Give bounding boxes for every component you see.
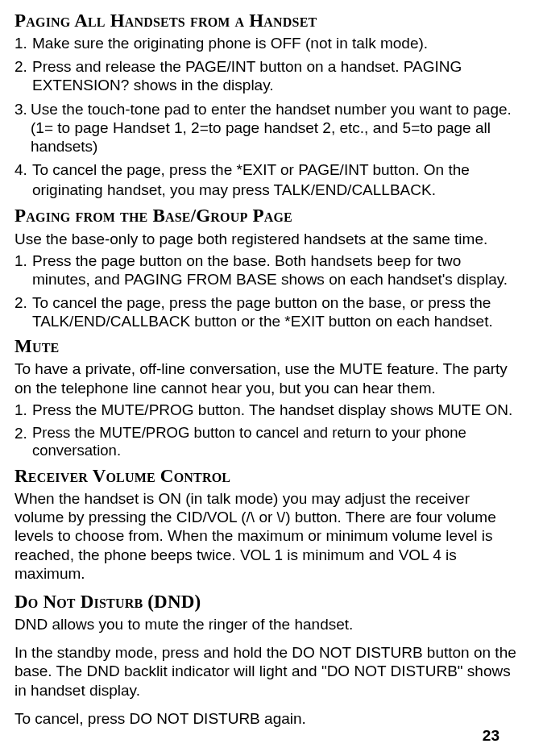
paragraph: DND allows you to mute the ringer of the… xyxy=(15,615,520,633)
list-item: 1. Press the page button on the base. Bo… xyxy=(15,251,520,289)
list-item: 1. Press the MUTE/PROG button. The hands… xyxy=(15,401,520,419)
list-text: To cancel the page, press the *EXIT or P… xyxy=(32,160,520,200)
heading-paging-all: Paging All Handsets from a Handset xyxy=(15,10,520,32)
list-number: 4. xyxy=(15,160,32,200)
list-number: 1. xyxy=(15,401,32,419)
list-text: Use the touch-tone pad to enter the hand… xyxy=(31,100,520,156)
list-number: 2. xyxy=(15,424,32,460)
list-text: Press the MUTE/PROG button. The handset … xyxy=(32,401,520,419)
list-number: 1. xyxy=(15,34,32,52)
list-item: 2. Press the MUTE/PROG button to cancel … xyxy=(15,424,520,460)
list-text: To cancel the page, press the page butto… xyxy=(32,293,520,330)
paragraph: To cancel, press DO NOT DISTURB again. xyxy=(15,709,520,728)
heading-paging-base: Paging from the Base/Group Page xyxy=(15,205,520,227)
paragraph: To have a private, off-line conversation… xyxy=(15,359,520,397)
list-text: Make sure the originating phone is OFF (… xyxy=(32,34,520,52)
heading-receiver-volume: Receiver Volume Control xyxy=(15,465,520,488)
page-number: 23 xyxy=(483,726,499,745)
paragraph: In the standby mode, press and hold the … xyxy=(15,643,520,700)
list-number: 2. xyxy=(15,293,32,330)
list-item: 2. Press and release the PAGE/INT button… xyxy=(15,57,520,94)
list-number: 3. xyxy=(15,100,31,156)
heading-mute: Mute xyxy=(15,335,520,358)
list-item: 3. Use the touch-tone pad to enter the h… xyxy=(15,100,520,156)
list-item: 2. To cancel the page, press the page bu… xyxy=(15,293,520,330)
list-text: Press the page button on the base. Both … xyxy=(32,251,520,289)
list-item: 1. Make sure the originating phone is OF… xyxy=(15,34,520,52)
list-number: 1. xyxy=(15,251,32,289)
paragraph: When the handset is ON (in talk mode) yo… xyxy=(15,489,520,583)
list-item: 4. To cancel the page, press the *EXIT o… xyxy=(15,160,520,200)
list-text: Press and release the PAGE/INT button on… xyxy=(32,57,520,94)
document-page: Paging All Handsets from a Handset 1. Ma… xyxy=(15,10,520,756)
heading-dnd: Do Not Disturb (DND) xyxy=(15,591,520,613)
list-text: Press the MUTE/PROG button to cancel and… xyxy=(32,424,520,460)
list-number: 2. xyxy=(15,57,32,94)
paragraph: Use the base-only to page both registere… xyxy=(15,230,520,248)
